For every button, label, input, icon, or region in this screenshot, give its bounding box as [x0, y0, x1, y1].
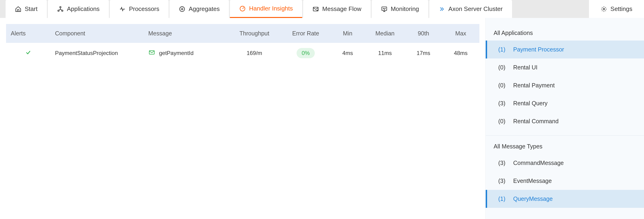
col-alerts[interactable]: Alerts [6, 24, 50, 43]
tab-start[interactable]: Start [6, 0, 47, 18]
side-panel: All Applications (1) Payment Processor (… [486, 18, 644, 219]
table-row[interactable]: PaymentStatusProjection getPaymentId 169… [6, 43, 480, 63]
mail-check-icon [312, 6, 319, 12]
sidebar-item-rental-ui[interactable]: (0) Rental UI [486, 58, 644, 76]
sidebar-count: (0) [498, 82, 508, 89]
cell-min: 4ms [330, 43, 365, 63]
svg-point-7 [603, 8, 605, 10]
cell-alerts [6, 43, 50, 63]
sidebar-label: Payment Processor [513, 46, 564, 53]
sidebar-item-rental-payment[interactable]: (0) Rental Payment [486, 76, 644, 94]
sidebar-count: (0) [498, 118, 508, 125]
top-nav-tabs: Start Applications Processors Aggregates… [0, 0, 644, 18]
tab-label: Applications [67, 5, 100, 12]
check-icon [25, 50, 32, 56]
home-icon [15, 6, 22, 12]
cell-component: PaymentStatusProjection [50, 43, 144, 63]
message-types-heading[interactable]: All Message Types [486, 138, 644, 154]
applications-heading[interactable]: All Applications [486, 25, 644, 40]
table-header-row: Alerts Component Message Throughput Erro… [6, 24, 480, 43]
sidebar-label: Rental Query [513, 100, 548, 107]
handlers-table: Alerts Component Message Throughput Erro… [6, 24, 480, 63]
sidebar-count: (3) [498, 160, 508, 166]
cluster-icon [438, 6, 445, 12]
tab-handler-insights[interactable]: Handler Insights [230, 0, 302, 18]
sidebar-label: EventMessage [513, 178, 552, 184]
cell-max: 48ms [442, 43, 480, 63]
col-max[interactable]: Max [442, 24, 480, 43]
tab-monitoring[interactable]: Monitoring [372, 0, 428, 18]
sidebar-item-rental-query[interactable]: (3) Rental Query [486, 94, 644, 112]
tab-label: Monitoring [391, 5, 419, 12]
col-error-rate[interactable]: Error Rate [281, 24, 330, 43]
sidebar-item-querymessage[interactable]: (1) QueryMessage [486, 190, 644, 208]
sidebar-item-eventmessage[interactable]: (3) EventMessage [486, 172, 644, 190]
main-panel: Alerts Component Message Throughput Erro… [0, 18, 486, 219]
sidebar-count: (3) [498, 100, 508, 107]
divider [486, 135, 644, 136]
envelope-icon [148, 49, 155, 57]
tab-label: Handler Insights [249, 5, 293, 12]
cell-median: 11ms [365, 43, 405, 63]
tab-message-flow[interactable]: Message Flow [303, 0, 371, 18]
sidebar-item-payment-processor[interactable]: (1) Payment Processor [486, 40, 644, 58]
tab-processors[interactable]: Processors [110, 0, 168, 18]
message-name: getPaymentId [159, 50, 194, 56]
tab-label: Settings [610, 5, 632, 12]
col-component[interactable]: Component [50, 24, 144, 43]
sidebar-label: QueryMessage [513, 196, 553, 202]
tab-label: Message Flow [322, 5, 362, 12]
tab-label: Aggregates [189, 5, 220, 12]
col-message[interactable]: Message [144, 24, 228, 43]
cell-error-rate: 0% [281, 43, 330, 63]
tab-aggregates[interactable]: Aggregates [170, 0, 229, 18]
tab-label: Axon Server Cluster [448, 5, 503, 12]
pulse-icon [119, 6, 126, 12]
error-rate-pill: 0% [296, 48, 315, 58]
circle-plus-icon [179, 6, 185, 12]
sidebar-item-rental-command[interactable]: (0) Rental Command [486, 112, 644, 130]
svg-point-0 [60, 6, 61, 8]
sidebar-label: Rental Payment [513, 82, 555, 89]
cell-throughput: 169/m [228, 43, 281, 63]
tab-settings[interactable]: Settings [589, 0, 644, 18]
cell-message: getPaymentId [144, 43, 228, 63]
col-min[interactable]: Min [330, 24, 365, 43]
col-p90[interactable]: 90th [405, 24, 442, 43]
sidebar-count: (1) [498, 46, 508, 53]
tab-applications[interactable]: Applications [48, 0, 109, 18]
tab-label: Start [25, 5, 38, 12]
nodes-icon [57, 6, 64, 12]
col-median[interactable]: Median [365, 24, 405, 43]
gauge-icon [239, 5, 246, 12]
sidebar-label: CommandMessage [513, 160, 564, 166]
sidebar-count: (3) [498, 178, 508, 184]
col-throughput[interactable]: Throughput [228, 24, 281, 43]
monitor-icon [381, 6, 388, 12]
sidebar-item-commandmessage[interactable]: (3) CommandMessage [486, 154, 644, 172]
sidebar-count: (0) [498, 64, 508, 71]
tab-axon-server-cluster[interactable]: Axon Server Cluster [429, 0, 512, 18]
tab-label: Processors [129, 5, 159, 12]
sidebar-count: (1) [498, 196, 508, 202]
cell-p90: 17ms [405, 43, 442, 63]
sidebar-label: Rental Command [513, 118, 559, 125]
gear-icon [601, 6, 607, 12]
sidebar-label: Rental UI [513, 64, 538, 71]
